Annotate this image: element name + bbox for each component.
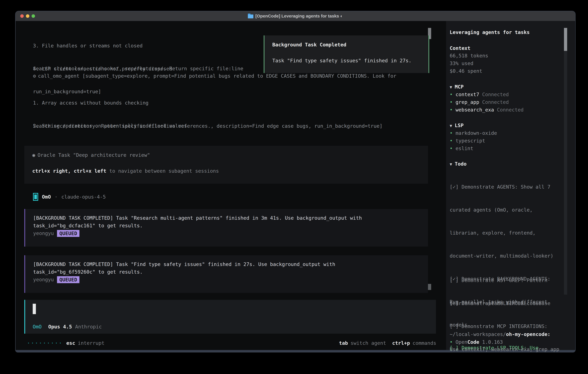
bullet-icon: • xyxy=(450,99,452,105)
queued-badge: QUEUED xyxy=(57,230,79,237)
context-tokens: 66,518 tokens xyxy=(450,52,488,60)
separator-dot: · xyxy=(54,194,57,200)
keybinding-hint: to navigate between subagent sessions xyxy=(106,168,219,174)
spinner-dots-icon: ········· xyxy=(27,339,63,347)
window-title: [OpenCode] Leveraging agents for tasks ◐ xyxy=(255,14,343,19)
esc-key-hint: esc xyxy=(66,339,75,347)
lsp-item: •typescript xyxy=(450,137,485,145)
session-title: Leveraging agents for tasks xyxy=(450,29,530,36)
tab-key-hint: tab xyxy=(339,339,348,347)
mcp-item: •grep_appConnected xyxy=(450,98,509,106)
keybinding-text: ctrl+x right, ctrl+x left xyxy=(32,168,106,174)
bullet-icon: • xyxy=(450,107,452,113)
sidebar-scrollbar-track[interactable] xyxy=(564,28,567,295)
minimize-window-button[interactable] xyxy=(26,14,29,18)
zoom-window-button[interactable] xyxy=(32,14,35,18)
input-model-label: Opus 4.5 xyxy=(48,323,72,331)
chevron-down-icon: ▼ xyxy=(450,123,452,128)
todo-item-pending: [ ] Demonstrate AST-GREP: Pattern xyxy=(450,277,559,284)
prompt-input[interactable]: OmO Opus 4.5 Anthropic xyxy=(24,300,436,334)
bullet-icon: • xyxy=(450,339,452,345)
version-line: •OpenCode1.0.163 xyxy=(450,338,503,346)
context-heading: Context xyxy=(450,44,470,52)
list-item: 1. Array access without bounds checking xyxy=(33,99,222,107)
todo-item-done: librarian, explore, frontend, xyxy=(450,229,559,237)
gear-icon: ⚙ xyxy=(33,73,36,79)
toast-title: Background Task Completed xyxy=(272,41,346,49)
workspace-path: ~/local-workspaces/oh-my-opencode: maste… xyxy=(450,315,550,353)
output-line: Search src/tools/, src/hooks/, src/featu… xyxy=(33,65,243,73)
output-line: 3. File handles or streams not closed xyxy=(33,42,172,50)
bullet-icon: • xyxy=(450,92,452,97)
background-task-card[interactable]: [BACKGROUND TASK COMPLETED] Task "Find t… xyxy=(24,255,428,293)
input-agent-label: OmO xyxy=(33,323,42,331)
search-instruction-line: Search src/ directory. Return specific f… xyxy=(33,122,382,130)
todo-section-header[interactable]: ▼Todo xyxy=(450,160,467,168)
chevron-down-icon: ▼ xyxy=(450,85,452,90)
app-name-grey: Open xyxy=(455,339,467,345)
lsp-section-header[interactable]: ▼LSP xyxy=(450,122,463,130)
opencode-terminal-window: [OpenCode] Leveraging agents for tasks ◐… xyxy=(15,11,576,353)
task-message-line: [BACKGROUND TASK COMPLETED] Task "Find t… xyxy=(33,260,428,268)
tab-key-label: switch agent xyxy=(351,339,386,347)
oracle-task-title: Oracle Task "Deep architecture review" xyxy=(37,152,150,158)
app-name-bold: Code xyxy=(467,339,479,345)
app-version: 1.0.163 xyxy=(482,339,503,345)
background-task-toast[interactable]: Background Task Completed Task "Find typ… xyxy=(264,35,429,73)
lsp-item: •markdown-oxide xyxy=(450,129,497,137)
esc-key-label: interrupt xyxy=(78,339,105,347)
context-spent: $0.46 spent xyxy=(450,67,482,75)
chat-main-pane: 3. File handles or streams not closed 4.… xyxy=(16,21,440,350)
mcp-item: •websearch_exaConnected xyxy=(450,106,524,114)
todo-item-done: curated agents (OmO, oracle, xyxy=(450,206,559,214)
task-user: yeongyu xyxy=(33,229,54,237)
traffic-lights xyxy=(20,11,35,21)
ctrlp-key-label: commands xyxy=(412,339,436,347)
bullet-icon: • xyxy=(450,130,452,136)
workspace-prefix: ~/local-workspaces/ xyxy=(450,331,506,337)
workspace-repo: oh-my-opencode: xyxy=(506,331,550,337)
background-task-card[interactable]: [BACKGROUND TASK COMPLETED] Task "Resear… xyxy=(24,209,428,247)
mcp-section-header[interactable]: ▼MCP xyxy=(450,83,463,91)
todo-item-pending: [ ] Demonstrate MULTIMODAL: Use xyxy=(450,300,542,307)
desktop: [OpenCode] Leveraging agents for tasks ◐… xyxy=(0,0,588,374)
text-cursor xyxy=(33,304,36,314)
sidebar-scrollbar-thumb[interactable] xyxy=(564,28,567,51)
chevron-down-icon: ▼ xyxy=(450,162,452,166)
status-bar: ········· esc interrupt tab switch agent… xyxy=(27,339,436,347)
folder-icon xyxy=(248,14,253,18)
input-provider-label: Anthropic xyxy=(75,323,102,331)
tool-call-line: ⚙call_omo_agent [subagent_type=explore, … xyxy=(33,72,396,80)
todo-item-done: [✓] Demonstrate AGENTS: Show all 7 xyxy=(450,183,559,191)
bullet-icon: • xyxy=(450,138,452,144)
todo-item-done: document-writer, multimodal-looker) xyxy=(450,252,559,260)
ctrlp-key-hint: ctrl+p xyxy=(392,339,410,347)
task-user: yeongyu xyxy=(33,276,54,283)
task-id-line: task_id="bg_dcfac161" to get results. xyxy=(33,222,428,229)
queued-badge: QUEUED xyxy=(57,276,79,283)
task-message-line: [BACKGROUND TASK COMPLETED] Task "Resear… xyxy=(33,214,428,222)
mcp-item: •context7Connected xyxy=(450,91,509,98)
agent-header-row: OmO · claude-opus-4-5 xyxy=(33,193,106,201)
toast-body: Task "Find type safety issues" finished … xyxy=(272,57,411,64)
agent-icon xyxy=(33,193,38,201)
context-used: 33% used xyxy=(450,60,473,67)
bullet-icon: • xyxy=(450,145,452,151)
oracle-task-card[interactable]: ◉Oracle Task "Deep architecture review" … xyxy=(24,146,428,184)
record-icon: ◉ xyxy=(32,152,35,158)
agent-model: claude-opus-4-5 xyxy=(61,194,106,200)
close-window-button[interactable] xyxy=(20,14,24,18)
tool-call-text: call_omo_agent [subagent_type=explore, p… xyxy=(38,73,396,79)
terminal-content: 3. File handles or streams not closed 4.… xyxy=(16,21,575,350)
agent-name: OmO xyxy=(42,194,51,200)
main-scrollbar-thumb[interactable] xyxy=(428,284,431,290)
lsp-item: •eslint xyxy=(450,145,473,152)
window-titlebar[interactable]: [OpenCode] Leveraging agents for tasks ◐ xyxy=(16,11,575,21)
task-id-line: task_id="bg_6f59260c" to get results. xyxy=(33,268,428,276)
session-sidebar: Leveraging agents for tasks Context 66,5… xyxy=(446,21,575,350)
